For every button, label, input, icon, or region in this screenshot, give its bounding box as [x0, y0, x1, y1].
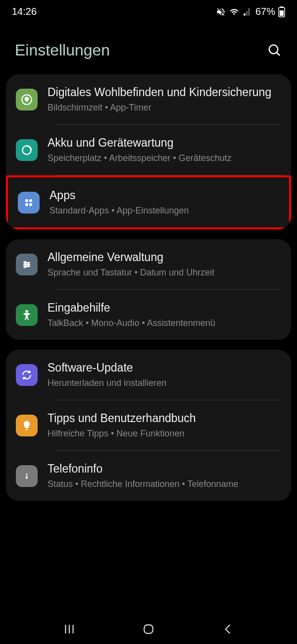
svg-point-14: [24, 262, 26, 264]
item-text: Software-Update Herunterladen und instal…: [48, 361, 281, 389]
recents-button[interactable]: [63, 623, 76, 636]
settings-group: Digitales Wohlbefinden und Kindersicheru…: [6, 74, 291, 229]
svg-rect-1: [280, 6, 283, 8]
item-title: Tipps und Benutzerhandbuch: [48, 411, 281, 426]
item-text: Eingabehilfe TalkBack • Mono-Audio • Ass…: [48, 301, 281, 329]
item-subtitle: Herunterladen und installieren: [48, 377, 281, 389]
battery-icon: [278, 6, 285, 17]
item-title: Eingabehilfe: [48, 301, 281, 315]
svg-line-4: [277, 52, 280, 55]
item-title: Software-Update: [48, 361, 281, 375]
item-title: Allgemeine Verwaltung: [48, 250, 281, 265]
item-subtitle: Standard-Apps • App-Einstellungen: [50, 205, 279, 216]
item-subtitle: Sprache und Tastatur • Datum und Uhrzeit: [48, 267, 281, 278]
item-title: Akku und Gerätewartung: [48, 136, 281, 150]
status-indicators: 67%: [216, 6, 285, 17]
svg-point-17: [25, 310, 28, 312]
recents-icon: [63, 623, 76, 636]
svg-point-10: [29, 203, 32, 206]
settings-item-general[interactable]: Allgemeine Verwaltung Sprache und Tastat…: [6, 239, 291, 289]
back-icon: [221, 623, 234, 636]
info-icon: [16, 465, 38, 487]
settings-group: Allgemeine Verwaltung Sprache und Tastat…: [6, 239, 291, 340]
svg-rect-21: [26, 476, 28, 479]
settings-item-accessibility[interactable]: Eingabehilfe TalkBack • Mono-Audio • Ass…: [6, 290, 291, 340]
search-button[interactable]: [267, 43, 282, 58]
battery-care-icon: [16, 139, 38, 161]
svg-point-9: [25, 203, 28, 206]
item-title: Digitales Wohlbefinden und Kindersicheru…: [48, 85, 281, 100]
wellbeing-icon: [16, 89, 38, 110]
settings-item-update[interactable]: Software-Update Herunterladen und instal…: [6, 350, 291, 400]
apps-icon: [18, 192, 40, 214]
settings-item-apps[interactable]: Apps Standard-Apps • App-Einstellungen: [6, 175, 291, 229]
item-subtitle: Speicherplatz • Arbeitsspeicher • Geräte…: [48, 152, 281, 164]
accessibility-icon: [16, 304, 38, 326]
clock: 14:26: [12, 6, 37, 17]
svg-point-15: [27, 264, 29, 266]
status-bar: 14:26 67%: [0, 0, 297, 21]
item-text: Digitales Wohlbefinden und Kindersicheru…: [48, 85, 281, 113]
update-icon: [16, 364, 38, 386]
home-icon: [142, 623, 155, 636]
item-text: Tipps und Benutzerhandbuch Hilfreiche Ti…: [48, 411, 281, 439]
header: Einstellungen: [0, 21, 297, 74]
back-button[interactable]: [221, 623, 234, 636]
svg-rect-25: [144, 625, 152, 633]
item-subtitle: TalkBack • Mono-Audio • Assistentenmenü: [48, 317, 281, 329]
mute-icon: [216, 7, 226, 17]
svg-point-3: [269, 45, 278, 54]
tips-icon: [16, 415, 38, 436]
item-subtitle: Hilfreiche Tipps • Neue Funktionen: [48, 428, 281, 439]
svg-point-7: [25, 199, 28, 202]
general-icon: [16, 254, 38, 275]
settings-item-tips[interactable]: Tipps und Benutzerhandbuch Hilfreiche Ti…: [6, 400, 291, 450]
settings-item-battery[interactable]: Akku und Gerätewartung Speicherplatz • A…: [6, 125, 291, 175]
item-text: Allgemeine Verwaltung Sprache und Tastat…: [48, 250, 281, 278]
signal-icon: [243, 7, 252, 16]
svg-point-16: [24, 266, 26, 268]
svg-point-8: [29, 199, 32, 202]
search-icon: [267, 43, 282, 58]
home-button[interactable]: [142, 623, 155, 636]
settings-group: Software-Update Herunterladen und instal…: [6, 350, 291, 501]
item-subtitle: Bildschirmzeit • App-Timer: [48, 102, 281, 113]
navigation-bar: [0, 614, 297, 644]
item-title: Apps: [50, 188, 279, 203]
settings-item-phone-info[interactable]: Telefoninfo Status • Rechtliche Informat…: [6, 451, 291, 501]
battery-percent: 67%: [255, 6, 275, 17]
wifi-icon: [229, 7, 240, 16]
svg-rect-2: [280, 10, 284, 16]
item-text: Akku und Gerätewartung Speicherplatz • A…: [48, 136, 281, 164]
item-text: Telefoninfo Status • Rechtliche Informat…: [48, 462, 281, 490]
item-subtitle: Status • Rechtliche Informationen • Tele…: [48, 478, 281, 490]
settings-item-wellbeing[interactable]: Digitales Wohlbefinden und Kindersicheru…: [6, 74, 291, 124]
item-title: Telefoninfo: [48, 462, 281, 476]
page-title: Einstellungen: [15, 41, 110, 59]
svg-point-20: [26, 473, 27, 475]
item-text: Apps Standard-Apps • App-Einstellungen: [50, 188, 279, 216]
